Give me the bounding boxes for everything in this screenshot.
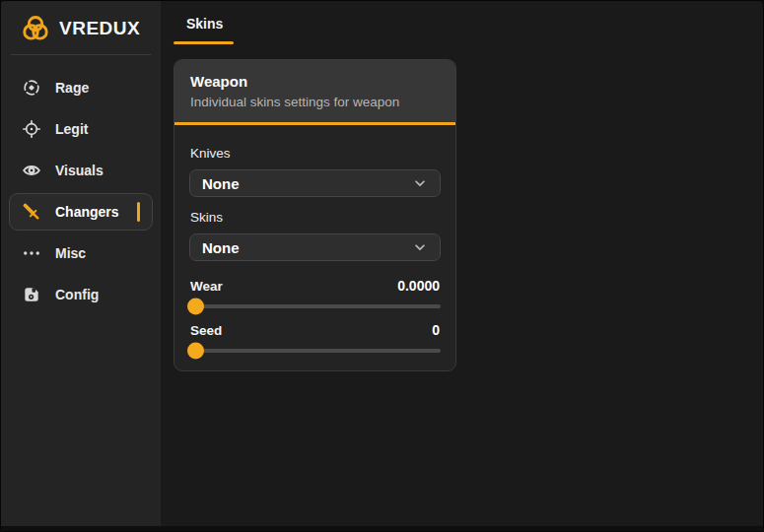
weapon-card-body: Knives None Skins None: [174, 125, 455, 370]
sidebar-item-config[interactable]: Config: [9, 276, 153, 313]
chevron-down-icon: [412, 175, 428, 191]
triquetra-logo-icon: [21, 14, 50, 43]
wear-slider-thumb[interactable]: [187, 299, 204, 315]
sidebar-item-label: Legit: [55, 121, 88, 137]
tab-skins-label: Skins: [174, 16, 234, 32]
sidebar-item-legit[interactable]: Legit: [9, 110, 153, 148]
weapon-card: Weapon Individual skins settings for wea…: [174, 59, 456, 371]
main-content: Skins Weapon Individual skins settings f…: [161, 1, 763, 531]
skins-dropdown[interactable]: None: [189, 233, 441, 261]
tab-skins[interactable]: Skins: [174, 16, 234, 44]
brand-name: VREDUX: [59, 18, 140, 39]
wear-label: Wear: [190, 279, 223, 294]
rage-icon: [22, 78, 41, 98]
seed-slider-thumb[interactable]: [187, 343, 204, 360]
sidebar-item-rage[interactable]: Rage: [9, 69, 153, 106]
sidebar-item-label: Changers: [55, 204, 119, 220]
active-indicator-bar: [137, 202, 140, 222]
tab-active-underline: [174, 41, 234, 44]
seed-slider[interactable]: [189, 349, 441, 353]
sidebar-item-changers[interactable]: Changers: [9, 193, 153, 231]
sidebar-item-label: Rage: [55, 80, 89, 96]
knives-dropdown[interactable]: None: [189, 169, 441, 197]
seed-slider-group: Seed 0: [189, 322, 441, 353]
wear-value: 0.0000: [397, 278, 440, 294]
wear-slider[interactable]: [189, 304, 441, 308]
wear-slider-group: Wear 0.0000: [189, 278, 441, 308]
sidebar-item-label: Visuals: [55, 163, 104, 178]
sidebar-divider: [11, 54, 151, 55]
sidebar-item-misc[interactable]: Misc: [9, 234, 153, 272]
config-save-icon: [22, 285, 41, 304]
skins-label: Skins: [190, 210, 440, 225]
weapon-card-header: Weapon Individual skins settings for wea…: [174, 60, 455, 125]
skins-dropdown-value: None: [202, 239, 240, 256]
seed-label: Seed: [190, 323, 222, 338]
window-bottom-edge: [1, 526, 763, 531]
legit-icon: [22, 119, 41, 139]
sidebar-nav: Rage Legit: [1, 69, 161, 317]
brand: VREDUX: [1, 1, 161, 54]
visuals-eye-icon: [22, 161, 41, 180]
sidebar-item-visuals[interactable]: Visuals: [9, 152, 153, 189]
sidebar: VREDUX Rage: [1, 1, 161, 531]
knives-dropdown-value: None: [202, 175, 240, 192]
card-subtitle: Individual skins settings for weapon: [190, 95, 440, 109]
card-title: Weapon: [190, 73, 440, 90]
changers-sword-icon: [22, 202, 41, 222]
sidebar-item-label: Config: [55, 287, 99, 302]
knives-label: Knives: [190, 146, 440, 161]
misc-ellipsis-icon: [22, 243, 41, 263]
chevron-down-icon: [412, 239, 428, 255]
app-window: VREDUX Rage: [0, 0, 764, 532]
sidebar-item-label: Misc: [55, 245, 86, 261]
seed-value: 0: [432, 322, 440, 338]
